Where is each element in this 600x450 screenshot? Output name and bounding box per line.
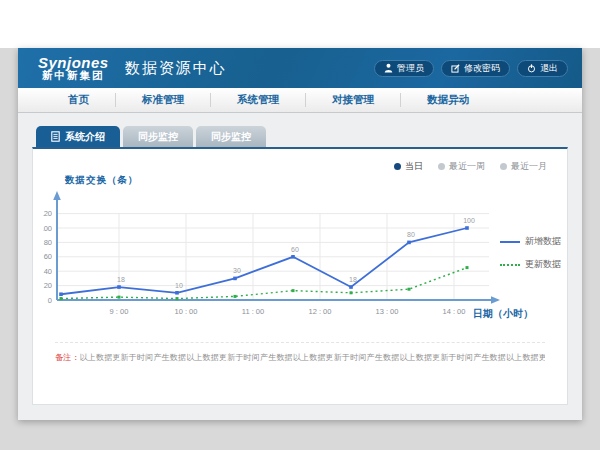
user-icon xyxy=(384,63,393,73)
brand-logo: Synjones 新中新集团 xyxy=(38,55,109,82)
page-background-strip xyxy=(0,0,600,48)
edit-icon xyxy=(451,64,460,73)
nav-item-interface-mgmt[interactable]: 对接管理 xyxy=(305,93,400,107)
radio-icon xyxy=(500,163,507,170)
content-area: 系统介绍 同步监控 同步监控 当日 最近一周 xyxy=(18,113,582,405)
radio-icon xyxy=(438,163,445,170)
tab-label: 同步监控 xyxy=(138,130,178,144)
svg-text:10: 10 xyxy=(175,282,183,289)
svg-text:10 : 00: 10 : 00 xyxy=(175,307,198,316)
chart-legend: 新增数据 更新数据 xyxy=(500,235,562,281)
footnote: 备注：以上数据更新于时间产生数据以上数据更新于时间产生数据以上数据更新于时间产生… xyxy=(55,342,545,363)
tab-system-intro[interactable]: 系统介绍 xyxy=(36,126,120,147)
admin-user-label: 管理员 xyxy=(397,62,424,75)
nav-item-home[interactable]: 首页 xyxy=(42,93,115,107)
tab-sync-monitor-1[interactable]: 同步监控 xyxy=(123,126,193,147)
svg-text:18: 18 xyxy=(349,276,357,283)
tab-bar: 系统介绍 同步监控 同步监控 xyxy=(36,126,568,147)
nav-item-system-mgmt[interactable]: 系统管理 xyxy=(210,93,305,107)
svg-text:14 : 00: 14 : 00 xyxy=(443,307,466,316)
main-nav: 首页 标准管理 系统管理 对接管理 数据异动 xyxy=(18,88,582,113)
filter-label: 最近一周 xyxy=(449,160,485,173)
app-window: Synjones 新中新集团 数据资源中心 管理员 修改密码 退出 xyxy=(18,48,582,420)
filter-last-month[interactable]: 最近一月 xyxy=(500,160,547,173)
svg-text:80: 80 xyxy=(407,231,415,238)
svg-text:60: 60 xyxy=(291,246,299,253)
nav-item-data-change[interactable]: 数据异动 xyxy=(400,93,495,107)
svg-text:80: 80 xyxy=(44,238,52,247)
tab-label: 系统介绍 xyxy=(65,130,105,144)
svg-text:40: 40 xyxy=(44,267,52,276)
svg-text:18: 18 xyxy=(117,276,125,283)
logout-label: 退出 xyxy=(540,62,558,75)
solid-line-swatch xyxy=(500,241,520,243)
svg-text:20: 20 xyxy=(44,281,52,290)
dotted-line-swatch xyxy=(500,264,520,266)
app-header: Synjones 新中新集团 数据资源中心 管理员 修改密码 退出 xyxy=(18,48,582,88)
change-password-button[interactable]: 修改密码 xyxy=(441,60,510,77)
svg-text:60: 60 xyxy=(44,252,52,261)
time-range-filters: 当日 最近一周 最近一月 xyxy=(394,160,547,173)
legend-item-new-data: 新增数据 xyxy=(500,235,562,248)
radio-icon xyxy=(394,163,401,170)
legend-label: 更新数据 xyxy=(525,258,561,271)
svg-text:120: 120 xyxy=(43,209,52,218)
svg-text:13 : 00: 13 : 00 xyxy=(376,307,399,316)
brand-name: Synjones xyxy=(38,55,109,71)
svg-text:9 : 00: 9 : 00 xyxy=(110,307,129,316)
brand-name-cn: 新中新集团 xyxy=(38,70,109,81)
chart-panel: 当日 最近一周 最近一月 数据交换（条） 9 : 0010 : 0011 : 0… xyxy=(32,147,568,405)
header-actions: 管理员 修改密码 退出 xyxy=(374,60,568,77)
svg-text:11 : 00: 11 : 00 xyxy=(242,307,264,316)
footnote-text: 以上数据更新于时间产生数据以上数据更新于时间产生数据以上数据更新于时间产生数据以… xyxy=(80,353,545,362)
admin-user-button[interactable]: 管理员 xyxy=(374,60,434,77)
page-title: 数据资源中心 xyxy=(125,59,227,78)
line-chart: 9 : 0010 : 0011 : 0012 : 0013 : 0014 : 0… xyxy=(43,188,513,328)
svg-text:30: 30 xyxy=(233,267,241,274)
power-icon xyxy=(527,64,536,73)
footnote-prefix: 备注： xyxy=(55,353,80,362)
svg-text:100: 100 xyxy=(463,217,475,224)
logout-button[interactable]: 退出 xyxy=(517,60,568,77)
svg-text:12 : 00: 12 : 00 xyxy=(309,307,332,316)
filter-label: 当日 xyxy=(405,160,423,173)
tab-label: 同步监控 xyxy=(211,130,251,144)
tab-sync-monitor-2[interactable]: 同步监控 xyxy=(196,126,266,147)
filter-today[interactable]: 当日 xyxy=(394,160,423,173)
x-axis-title: 日期（小时） xyxy=(473,307,533,321)
change-password-label: 修改密码 xyxy=(464,62,500,75)
legend-item-updated-data: 更新数据 xyxy=(500,258,562,271)
filter-last-week[interactable]: 最近一周 xyxy=(438,160,485,173)
legend-label: 新增数据 xyxy=(525,235,561,248)
svg-text:0: 0 xyxy=(48,296,52,305)
y-axis-title: 数据交换（条） xyxy=(65,174,567,187)
document-icon xyxy=(51,131,60,144)
filter-label: 最近一月 xyxy=(511,160,547,173)
svg-text:100: 100 xyxy=(43,224,52,233)
nav-item-standard-mgmt[interactable]: 标准管理 xyxy=(115,93,210,107)
